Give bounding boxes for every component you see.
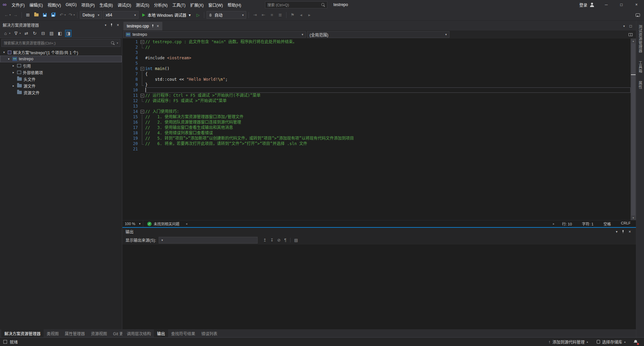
code-text[interactable]: // bbox=[145, 45, 631, 50]
code-text[interactable]: // 调试程序: F5 或调试 >“开始调试”菜单 bbox=[145, 98, 631, 103]
window-position-icon[interactable]: ▾ bbox=[616, 230, 618, 233]
breakpoint-margin[interactable] bbox=[122, 120, 128, 125]
breakpoint-margin[interactable] bbox=[122, 109, 128, 114]
collapse-icon[interactable]: ▾ bbox=[2, 51, 6, 54]
code-text[interactable] bbox=[145, 61, 631, 66]
explorer-tab[interactable]: 解决方案资源管理器 bbox=[1, 329, 44, 337]
active-files-dropdown-icon[interactable]: ▾ bbox=[623, 24, 625, 28]
code-text[interactable] bbox=[145, 87, 631, 93]
open-file-icon[interactable] bbox=[33, 11, 40, 19]
select-repository-button[interactable]: 选择存储库 ▴ bbox=[594, 338, 629, 346]
menu-item[interactable]: 分析(N) bbox=[152, 0, 170, 9]
properties-icon[interactable]: ◧ bbox=[57, 30, 63, 37]
code-text[interactable]: // 5. 转到“项目”>“添加新项”以创建新的代码文件，或转到“项目”>“添加… bbox=[145, 136, 631, 141]
code-text[interactable]: { bbox=[145, 71, 631, 77]
project-scope-dropdown[interactable]: testrepo ▾ bbox=[123, 31, 306, 38]
tab-testrepo-cpp[interactable]: testrepo.cpp × bbox=[123, 22, 162, 30]
code-text[interactable]: // 3. 使用输出窗口查看生成输出和其他消息 bbox=[145, 125, 631, 130]
tree-item-header-files[interactable]: 头文件 bbox=[0, 76, 122, 82]
code-line-4[interactable]: 4#include <iostream> bbox=[122, 55, 631, 61]
tree-item-references[interactable]: ▸ 引用 bbox=[0, 62, 122, 69]
expand-icon[interactable]: ▸ bbox=[11, 84, 15, 87]
breakpoint-margin[interactable] bbox=[122, 125, 128, 130]
previous-message-icon[interactable]: ↥ bbox=[263, 238, 266, 243]
code-text[interactable]: // 入门使用技巧: bbox=[145, 109, 631, 114]
breakpoint-margin[interactable] bbox=[122, 136, 128, 141]
clear-all-icon[interactable]: ⊘ bbox=[277, 238, 280, 243]
code-lines[interactable]: 1−// testrepo.cpp : 此文件包含 "main" 函数。程序执行… bbox=[122, 39, 631, 220]
bottom-panel-tab[interactable]: 输出 bbox=[154, 329, 168, 337]
scroll-left-icon[interactable]: ◂ bbox=[183, 222, 190, 225]
code-text[interactable]: #include <iostream> bbox=[145, 55, 631, 61]
fold-collapse-icon[interactable]: − bbox=[141, 67, 144, 71]
code-line-3[interactable]: 3 bbox=[122, 50, 631, 55]
vertical-scrollbar[interactable]: ▴ ▾ bbox=[631, 39, 636, 220]
explorer-tab[interactable]: 资源视图 bbox=[88, 329, 110, 337]
bottom-panel-tab[interactable]: 查找符号结果 bbox=[168, 329, 198, 337]
breakpoint-margin[interactable] bbox=[122, 45, 128, 50]
collapse-icon[interactable]: ▾ bbox=[7, 57, 11, 61]
scrollbar-thumb[interactable] bbox=[631, 43, 635, 215]
notifications-bell-icon[interactable] bbox=[633, 339, 639, 345]
breakpoint-margin[interactable] bbox=[122, 55, 128, 61]
output-content[interactable] bbox=[122, 245, 636, 329]
code-line-6[interactable]: 6−int main() bbox=[122, 66, 631, 71]
menu-item[interactable]: Git(G) bbox=[63, 0, 79, 9]
toggle-output-icon[interactable]: ▤ bbox=[294, 238, 298, 243]
next-bookmark-icon[interactable]: ▸ bbox=[306, 11, 313, 19]
preview-selected-items-icon[interactable]: ◨ bbox=[65, 30, 71, 37]
code-line-14[interactable]: 14−// 入门使用技巧: bbox=[122, 109, 631, 114]
quick-search-box[interactable]: 搜索 (Ctrl+Q) bbox=[265, 1, 327, 8]
add-to-source-control-button[interactable]: ↑ 添加到源代码管理 ▴ bbox=[545, 338, 591, 346]
menu-item[interactable]: 扩展(X) bbox=[188, 0, 206, 9]
breakpoint-margin[interactable] bbox=[122, 50, 128, 55]
navigate-back-icon[interactable]: ← bbox=[3, 11, 10, 19]
fold-collapse-icon[interactable]: − bbox=[141, 94, 144, 97]
start-without-debugging-icon[interactable]: ▷ bbox=[194, 11, 202, 19]
next-message-icon[interactable]: ↧ bbox=[270, 238, 273, 243]
window-position-icon[interactable]: ▾ bbox=[105, 23, 106, 27]
navigate-back-dropdown-icon[interactable]: ▾ bbox=[9, 13, 11, 16]
code-line-5[interactable]: 5 bbox=[122, 61, 631, 66]
menu-item[interactable]: 调试(D) bbox=[115, 0, 133, 9]
code-line-2[interactable]: 2// bbox=[122, 45, 631, 50]
pin-icon[interactable] bbox=[110, 23, 113, 27]
code-text[interactable]: std::cout << "Hello World!\n"; bbox=[145, 77, 631, 82]
menu-item[interactable]: 文件(F) bbox=[9, 0, 27, 9]
undo-dropdown-icon[interactable]: ▾ bbox=[64, 13, 66, 16]
bottom-panel-tab[interactable]: 错误列表 bbox=[198, 329, 220, 337]
code-line-16[interactable]: 16// 2. 使用团队资源管理器窗口连接到源代码管理 bbox=[122, 120, 631, 125]
zoom-dropdown[interactable]: 100 % ▾ bbox=[122, 220, 143, 227]
code-text[interactable]: // 运行程序: Ctrl + F5 或调试 >“开始执行(不调试)”菜单 bbox=[145, 93, 631, 98]
code-line-21[interactable]: 21 bbox=[122, 146, 631, 152]
code-line-13[interactable]: 13 bbox=[122, 103, 631, 109]
scroll-down-icon[interactable]: ▾ bbox=[633, 215, 634, 220]
breakpoint-margin[interactable] bbox=[122, 61, 128, 66]
fold-collapse-icon[interactable]: − bbox=[141, 40, 144, 44]
menu-item[interactable]: 窗口(W) bbox=[206, 0, 225, 9]
code-text[interactable]: // 1. 使用解决方案资源管理器窗口添加/管理文件 bbox=[145, 114, 631, 120]
code-text[interactable]: // 2. 使用团队资源管理器窗口连接到源代码管理 bbox=[145, 120, 631, 125]
comment-icon[interactable]: ≡ bbox=[268, 11, 275, 19]
expand-icon[interactable]: ▸ bbox=[11, 71, 15, 74]
filter-icon[interactable]: ∇ bbox=[13, 30, 19, 37]
menu-item[interactable]: 编辑(E) bbox=[27, 0, 45, 9]
breakpoint-margin[interactable] bbox=[122, 87, 128, 93]
breakpoint-margin[interactable] bbox=[122, 71, 128, 77]
code-line-10[interactable]: 10 bbox=[122, 87, 631, 93]
code-text[interactable]: // 4. 使用错误列表窗口查看错误 bbox=[145, 130, 631, 136]
uncomment-icon[interactable]: ≣ bbox=[276, 11, 284, 19]
tab-close-icon[interactable]: × bbox=[157, 24, 159, 28]
split-editor-icon[interactable] bbox=[629, 33, 633, 36]
code-line-7[interactable]: 7{ bbox=[122, 71, 631, 77]
tool-window-tab[interactable]: 测试资源管理器 bbox=[638, 25, 643, 53]
scroll-up-icon[interactable]: ▴ bbox=[633, 39, 634, 43]
scrollbar-track[interactable] bbox=[631, 43, 636, 215]
fold-collapse-icon[interactable]: − bbox=[141, 110, 144, 114]
tree-item-project-testrepo[interactable]: ▾ testrepo bbox=[0, 56, 122, 62]
code-line-18[interactable]: 18// 4. 使用错误列表窗口查看错误 bbox=[122, 130, 631, 136]
code-line-15[interactable]: 15// 1. 使用解决方案资源管理器窗口添加/管理文件 bbox=[122, 114, 631, 120]
indent-icon[interactable]: ⇥ bbox=[251, 11, 259, 19]
breakpoint-margin[interactable] bbox=[122, 114, 128, 120]
undo-icon[interactable]: ↶ bbox=[58, 11, 65, 19]
